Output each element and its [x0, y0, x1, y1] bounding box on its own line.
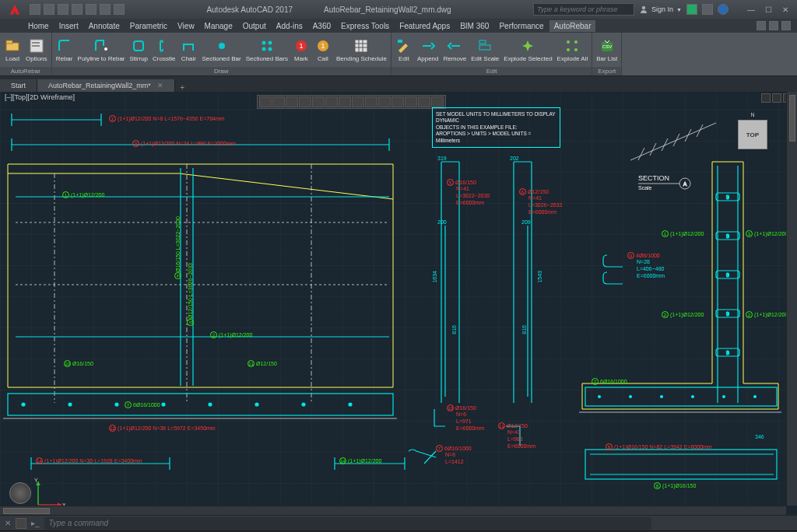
tab-start[interactable]: Start: [0, 79, 37, 92]
ribbon-group-autorebar: Load Options AutoRebar: [0, 33, 52, 75]
minimize-button[interactable]: ―: [743, 3, 760, 16]
tab-annotate[interactable]: Annotate: [84, 20, 125, 32]
tab-featuredapps[interactable]: Featured Apps: [395, 20, 455, 32]
svg-point-41: [115, 403, 118, 406]
svg-rect-5: [32, 45, 40, 47]
bar-list-button[interactable]: CSVBar List: [595, 37, 618, 63]
tab-close-icon[interactable]: ✕: [157, 82, 163, 89]
sign-in-button[interactable]: Sign In ▼: [639, 5, 682, 14]
cmdline-close-icon[interactable]: ✕: [5, 519, 11, 527]
ribbon-group-label: Draw: [52, 67, 391, 75]
svg-line-53: [685, 129, 691, 142]
chair-button[interactable]: Chair: [179, 37, 198, 63]
anno: 10Ø16/150: [447, 404, 476, 411]
command-input[interactable]: [44, 517, 651, 530]
anno: L=983: [507, 436, 523, 442]
ribbon-group-draw: Rebar Polyline to Rebar Stirrup Crosstie…: [52, 33, 391, 75]
svg-text:1: 1: [299, 42, 303, 50]
tab-output[interactable]: Output: [238, 20, 271, 32]
crosstie-button[interactable]: Crosstie: [152, 37, 176, 63]
doc-minimize-icon[interactable]: [757, 21, 766, 30]
tab-add-button[interactable]: +: [175, 83, 189, 92]
tab-bim360[interactable]: BIM 360: [455, 20, 493, 32]
tab-autorebar[interactable]: AutoRebar: [549, 20, 596, 32]
qat-save-icon[interactable]: [58, 4, 68, 15]
polyline-to-rebar-button[interactable]: Polyline to Rebar: [77, 37, 126, 63]
svg-text:9: 9: [726, 272, 729, 278]
anno: N=28: [637, 259, 650, 264]
explode-all-button[interactable]: Explode All: [556, 37, 589, 63]
tab-a360[interactable]: A360: [308, 20, 335, 32]
svg-rect-17: [355, 40, 367, 52]
anno: 11Ø12/150: [248, 360, 277, 367]
svg-rect-67: [585, 387, 777, 406]
options-button[interactable]: Options: [25, 37, 48, 63]
navigation-wheel[interactable]: [9, 482, 31, 504]
qat-open-icon[interactable]: [44, 4, 54, 15]
qat-redo-icon[interactable]: [114, 4, 125, 15]
doc-close-icon[interactable]: [781, 21, 791, 30]
dim: 319: [437, 156, 447, 161]
exchange-icon[interactable]: [686, 4, 697, 15]
svg-point-46: [349, 403, 352, 406]
svg-line-48: [630, 123, 716, 160]
svg-rect-2: [6, 40, 12, 44]
tab-expresstools[interactable]: Express Tools: [336, 20, 394, 32]
cmdline-customize-icon[interactable]: [16, 518, 26, 529]
qat-plot-icon[interactable]: [86, 4, 97, 15]
tab-insert[interactable]: Insert: [54, 20, 83, 32]
help-icon[interactable]: [718, 4, 729, 15]
svg-point-11: [262, 47, 265, 51]
horizontal-scrollbar[interactable]: [0, 506, 786, 515]
append-button[interactable]: Append: [416, 37, 440, 63]
anno: 1(1+1)Ø12/200 N=8 L=1576~4356 E=784mm: [109, 115, 225, 122]
remove-button[interactable]: Remove: [442, 37, 467, 63]
svg-rect-7: [134, 41, 143, 51]
edit-scale-button[interactable]: Edit Scale: [470, 37, 500, 63]
ribbon-panel: Load Options AutoRebar Rebar Polyline to…: [0, 33, 797, 76]
app-title: Autodesk AutoCAD 2017: [206, 5, 293, 14]
search-input[interactable]: [533, 3, 634, 16]
anno: N=41: [528, 195, 542, 201]
mark-button[interactable]: 1Mark: [292, 37, 311, 63]
anno: 3(1+1)Ø12/200: [746, 230, 788, 237]
tab-parametric[interactable]: Parametric: [125, 20, 172, 32]
dim: 816: [451, 325, 457, 334]
drawing-area[interactable]: [–][Top][2D Wireframe] SET MODEL UNITS T…: [0, 92, 797, 515]
tab-manage[interactable]: Manage: [200, 20, 237, 32]
vertical-scrollbar[interactable]: [786, 92, 797, 506]
anno: 2(1+1)Ø12/200: [662, 311, 704, 318]
call-button[interactable]: 1Call: [314, 37, 332, 63]
close-button[interactable]: ✕: [777, 3, 794, 16]
app-logo-icon[interactable]: [5, 2, 25, 17]
tab-home[interactable]: Home: [23, 20, 54, 32]
qat-new-icon[interactable]: [30, 4, 40, 15]
load-button[interactable]: Load: [3, 37, 22, 63]
doc-restore-icon[interactable]: [769, 21, 778, 30]
tab-view[interactable]: View: [173, 20, 199, 32]
svg-text:9: 9: [726, 311, 729, 317]
title-bar: Autodesk AutoCAD 2017 AutoRebar_Retainin…: [0, 0, 797, 19]
svg-point-44: [255, 403, 258, 406]
tab-performance[interactable]: Performance: [494, 20, 548, 32]
edit-button[interactable]: Edit: [395, 37, 413, 63]
bending-schedule-button[interactable]: Bending Schedule: [335, 37, 388, 63]
tab-addins[interactable]: Add-ins: [272, 20, 307, 32]
svg-point-45: [302, 403, 305, 406]
sectioned-bars-button[interactable]: Sectioned Bars: [245, 37, 289, 63]
stirrup-button[interactable]: Stirrup: [129, 37, 149, 63]
svg-text:Y: Y: [34, 478, 38, 483]
maximize-button[interactable]: ☐: [760, 3, 777, 16]
tab-file[interactable]: AutoRebar_RetainingWall2_mm* ✕: [37, 79, 175, 92]
anno: 8(1+1)Ø16/150: [654, 482, 696, 489]
svg-point-25: [567, 40, 570, 44]
svg-text:CSV: CSV: [602, 44, 612, 49]
qat-saveas-icon[interactable]: [72, 4, 83, 15]
sectioned-bar-button[interactable]: Sectioned Bar: [201, 37, 241, 63]
qat-undo-icon[interactable]: [100, 4, 111, 15]
explode-selected-button[interactable]: Explode Selected: [503, 37, 553, 63]
stay-connected-icon[interactable]: [702, 4, 713, 15]
rebar-button[interactable]: Rebar: [55, 37, 74, 63]
anno: 2(1+1)Ø12/200: [210, 331, 252, 338]
dim: 200: [437, 219, 447, 225]
